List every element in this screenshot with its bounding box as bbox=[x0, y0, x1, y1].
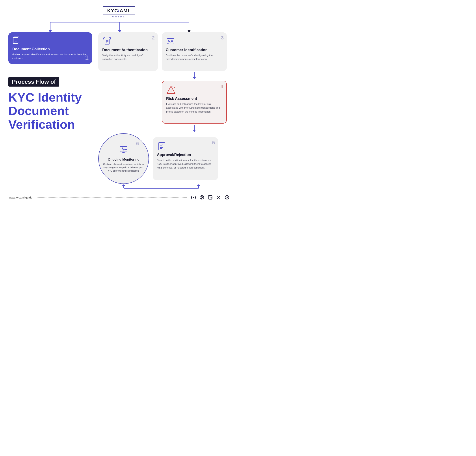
title-line2: Document bbox=[8, 104, 94, 118]
card-risk-assessment: 4 Risk Assessment Evaluate and categoriz… bbox=[162, 81, 227, 124]
card3-number: 3 bbox=[221, 35, 224, 41]
bottom-cards-row: 6 Ongoing Monitoring Continuously monito… bbox=[98, 133, 230, 184]
bottom-arrows bbox=[98, 184, 224, 192]
card2-icon bbox=[102, 36, 154, 46]
card5-number: 5 bbox=[212, 140, 215, 146]
card6-number: 6 bbox=[136, 141, 139, 146]
card2-desc: Verify the authenticity and validity of … bbox=[102, 53, 154, 61]
card1-number: 1 bbox=[85, 55, 89, 61]
kyc-title: KYC Identity Document Verification bbox=[8, 91, 94, 131]
svg-point-21 bbox=[168, 40, 170, 42]
card-document-collection: Document Collection Gather required iden… bbox=[8, 32, 92, 64]
svg-marker-49 bbox=[193, 197, 194, 198]
card5-icon bbox=[157, 141, 214, 151]
svg-marker-33 bbox=[193, 130, 196, 132]
arrow-down-4to5 bbox=[162, 124, 227, 133]
card-document-auth: 2 Document Authentication Verify the aut… bbox=[98, 32, 158, 71]
main-layout: Document Collection Gather required iden… bbox=[0, 32, 238, 192]
svg-line-30 bbox=[173, 86, 173, 87]
card6-desc: Continuously monitor customer activity f… bbox=[103, 163, 144, 172]
card5-title: Approval/Rejection bbox=[157, 153, 214, 157]
title-line3: Verification bbox=[8, 118, 94, 131]
linkedin-icon[interactable] bbox=[208, 195, 212, 200]
facebook-icon[interactable] bbox=[225, 195, 229, 200]
footer-url: www.kycaml.guide bbox=[9, 196, 32, 199]
logo-area: KYC/AML GUIDE bbox=[0, 0, 238, 18]
card3-icon bbox=[166, 36, 223, 46]
card1-title: Document Collection bbox=[12, 47, 88, 51]
card-approval-rejection: 5 Approval/Rejection Based on the verifi… bbox=[153, 137, 218, 180]
svg-point-50 bbox=[200, 196, 204, 199]
logo-kyc: KYC bbox=[107, 8, 118, 13]
svg-point-53 bbox=[209, 196, 209, 196]
bottom-arrows-svg bbox=[98, 184, 224, 192]
spacer-3 bbox=[98, 124, 158, 133]
card4-row: 4 Risk Assessment Evaluate and categoriz… bbox=[98, 81, 230, 124]
footer-icons bbox=[191, 195, 229, 200]
logo-text: KYC/AML bbox=[107, 8, 131, 13]
card-customer-id: 3 Customer Identification Confirms the c… bbox=[162, 32, 227, 71]
card6-icon bbox=[119, 145, 128, 154]
spacer-2 bbox=[98, 81, 158, 124]
logo-aml: AML bbox=[120, 8, 131, 13]
card4-desc: Evaluate and categorize the level of ris… bbox=[166, 102, 222, 114]
arrow-down-3to4 bbox=[162, 71, 227, 81]
pinterest-icon[interactable] bbox=[200, 195, 204, 200]
svg-rect-37 bbox=[159, 143, 165, 150]
card6-title: Ongoing Monitoring bbox=[108, 158, 139, 161]
logo-box: KYC/AML bbox=[103, 6, 135, 15]
x-twitter-icon[interactable] bbox=[216, 195, 221, 200]
logo-guide: GUIDE bbox=[0, 16, 238, 18]
left-column: Document Collection Gather required iden… bbox=[8, 32, 94, 131]
card1-desc: Gather required identification and trans… bbox=[12, 53, 88, 60]
arrow-row-2 bbox=[98, 124, 230, 133]
card2-title: Document Authentication bbox=[102, 48, 154, 52]
card1-icon bbox=[12, 36, 88, 45]
svg-point-28 bbox=[170, 92, 171, 92]
card4-title: Risk Assessment bbox=[166, 96, 222, 101]
top-connectors bbox=[8, 20, 230, 33]
card4-number: 4 bbox=[221, 84, 223, 89]
svg-marker-25 bbox=[193, 77, 196, 79]
youtube-icon[interactable] bbox=[191, 195, 196, 200]
svg-marker-46 bbox=[197, 184, 200, 186]
card-ongoing-monitoring: 6 Ongoing Monitoring Continuously monito… bbox=[98, 133, 149, 184]
process-flow-section: Process Flow of KYC Identity Document Ve… bbox=[8, 71, 94, 131]
footer: www.kycaml.guide bbox=[0, 193, 238, 202]
svg-marker-44 bbox=[122, 184, 125, 186]
right-column: 2 Document Authentication Verify the aut… bbox=[98, 32, 230, 192]
footer-divider bbox=[37, 197, 187, 198]
top-cards-row: 2 Document Authentication Verify the aut… bbox=[98, 32, 230, 71]
card3-title: Customer Identification bbox=[166, 48, 223, 52]
logo-slash: / bbox=[118, 8, 120, 13]
card3-desc: Confirms the customer's identity using t… bbox=[166, 53, 223, 61]
svg-line-31 bbox=[174, 87, 175, 88]
process-flow-label: Process Flow of bbox=[8, 77, 59, 87]
arrow-row-1 bbox=[98, 71, 230, 81]
title-line1: KYC Identity bbox=[8, 91, 94, 104]
card4-icon bbox=[166, 85, 222, 95]
card2-number: 2 bbox=[152, 35, 155, 41]
connector-svg bbox=[8, 20, 230, 33]
card5-desc: Based on the verification results, the c… bbox=[157, 158, 214, 170]
spacer-1 bbox=[98, 71, 158, 81]
